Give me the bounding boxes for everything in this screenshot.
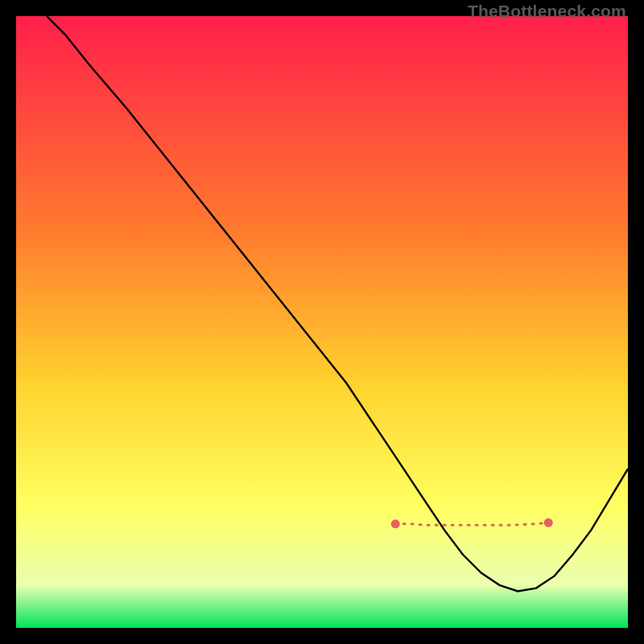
bottleneck-chart xyxy=(16,16,628,628)
optimal-end-dot xyxy=(544,518,553,527)
gradient-background xyxy=(16,16,628,628)
optimal-end-dot xyxy=(391,519,400,528)
watermark-text: TheBottleneck.com xyxy=(468,2,626,21)
chart-frame xyxy=(16,16,628,628)
